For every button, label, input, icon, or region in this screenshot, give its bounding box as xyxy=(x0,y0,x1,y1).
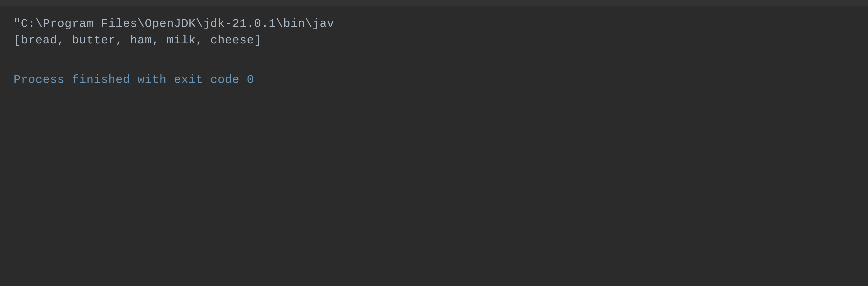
command-line: "C:\Program Files\OpenJDK\jdk-21.0.1\bin… xyxy=(13,16,855,32)
process-finished-line: Process finished with exit code 0 xyxy=(13,72,855,88)
top-bar xyxy=(0,0,868,6)
empty-line xyxy=(13,49,855,65)
terminal-content: "C:\Program Files\OpenJDK\jdk-21.0.1\bin… xyxy=(13,16,855,88)
output-line: [bread, butter, ham, milk, cheese] xyxy=(13,32,855,49)
terminal-container: "C:\Program Files\OpenJDK\jdk-21.0.1\bin… xyxy=(0,0,868,286)
